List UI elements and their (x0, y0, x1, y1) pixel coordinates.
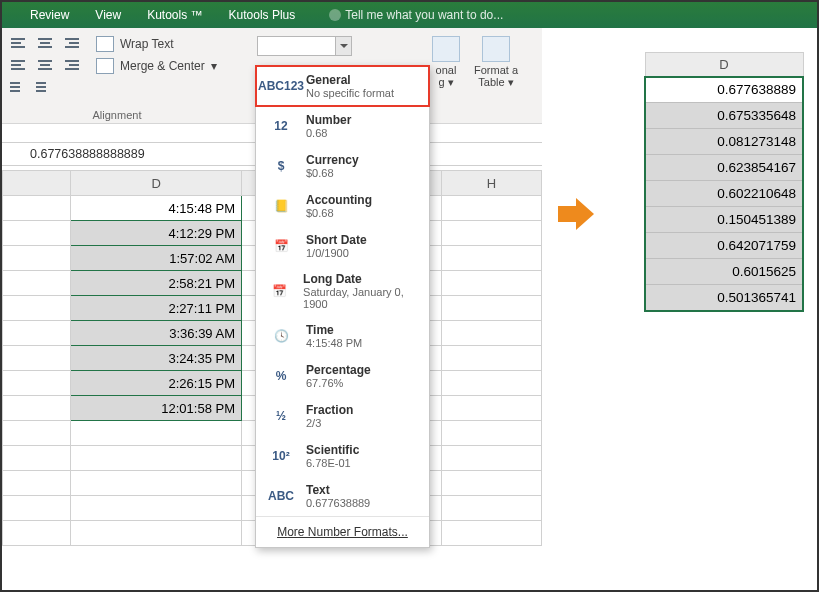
row-header[interactable] (3, 371, 71, 396)
format-option-scientific[interactable]: 10²Scientific6.78E-01 (256, 436, 429, 476)
column-header-D-result[interactable]: D (645, 53, 803, 77)
chevron-down-icon (335, 37, 351, 55)
row-header[interactable] (3, 296, 71, 321)
format-option-fraction[interactable]: ½Fraction 2/3 (256, 396, 429, 436)
format-option-general[interactable]: ABC123GeneralNo specific format (256, 66, 429, 106)
tab-kutools[interactable]: Kutools ™ (147, 8, 202, 22)
format-option-text[interactable]: ABCText0.677638889 (256, 476, 429, 516)
cell-D[interactable]: 3:24:35 PM (71, 346, 242, 371)
tab-view[interactable]: View (95, 8, 121, 22)
cell-D-result[interactable]: 0.6015625 (645, 259, 803, 285)
cell-H[interactable] (441, 396, 541, 421)
cond-label-2: g ▾ (438, 76, 453, 89)
format-option-accounting[interactable]: 📒Accounting$0.68 (256, 186, 429, 226)
more-number-formats-link[interactable]: More Number Formats... (256, 516, 429, 547)
cell-D-result[interactable]: 0.501365741 (645, 285, 803, 311)
format-title: General (306, 73, 394, 87)
cell-D-result[interactable]: 0.642071759 (645, 233, 803, 259)
cell-D[interactable]: 12:01:58 PM (71, 396, 242, 421)
row-header[interactable] (3, 221, 71, 246)
row-header[interactable] (3, 396, 71, 421)
format-icon: 📒 (266, 193, 296, 219)
number-format-dropdown[interactable] (257, 36, 352, 56)
cell-H[interactable] (441, 221, 541, 246)
cell-H[interactable] (441, 371, 541, 396)
conditional-formatting-icon (432, 36, 460, 62)
format-as-table-icon (482, 36, 510, 62)
wrap-text-icon (96, 36, 114, 52)
format-icon: 📅 (266, 233, 296, 259)
align-left-button[interactable] (8, 56, 30, 74)
alignment-group (8, 34, 88, 104)
format-as-table-button[interactable]: Format a Table ▾ (472, 36, 520, 89)
format-option-currency[interactable]: $Currency$0.68 (256, 146, 429, 186)
format-sample: $0.68 (306, 167, 359, 179)
align-right-button[interactable] (60, 56, 82, 74)
format-option-long-date[interactable]: 📅Long DateSaturday, January 0, 1900 (256, 266, 429, 316)
row-header[interactable] (3, 271, 71, 296)
format-icon: % (266, 363, 296, 389)
cell-H[interactable] (441, 271, 541, 296)
format-option-short-date[interactable]: 📅Short Date1/0/1900 (256, 226, 429, 266)
wrap-text-button[interactable]: Wrap Text (96, 36, 246, 52)
row-header[interactable] (3, 246, 71, 271)
ribbon-tabstrip: Review View Kutools ™ Kutools Plus Tell … (2, 2, 817, 28)
format-option-number[interactable]: 12Number0.68 (256, 106, 429, 146)
format-sample: Saturday, January 0, 1900 (303, 286, 419, 310)
cell-H[interactable] (441, 246, 541, 271)
cell-D-result[interactable]: 0.623854167 (645, 155, 803, 181)
cell-D[interactable]: 4:12:29 PM (71, 221, 242, 246)
format-sample: $0.68 (306, 207, 372, 219)
tell-me-label: Tell me what you want to do... (345, 8, 503, 22)
cell-D[interactable]: 2:26:15 PM (71, 371, 242, 396)
increase-indent-button[interactable] (34, 78, 56, 96)
tab-review[interactable]: Review (30, 8, 69, 22)
cell-H[interactable] (441, 196, 541, 221)
cell-D-result[interactable]: 0.677638889 (645, 77, 803, 103)
format-icon: 🕓 (266, 323, 296, 349)
align-top-button[interactable] (8, 34, 30, 52)
decrease-indent-button[interactable] (8, 78, 30, 96)
format-title: Time (306, 323, 362, 337)
cell-D-result[interactable]: 0.602210648 (645, 181, 803, 207)
format-icon: 📅 (266, 278, 293, 304)
tab-kutools-plus[interactable]: Kutools Plus (229, 8, 296, 22)
cell-D-result[interactable]: 0.150451389 (645, 207, 803, 233)
formula-bar-value: 0.677638888888889 (30, 147, 145, 161)
format-option-percentage[interactable]: %Percentage67.76% (256, 356, 429, 396)
row-header[interactable] (3, 196, 71, 221)
cell-D[interactable]: 1:57:02 AM (71, 246, 242, 271)
cell-D-result[interactable]: 0.081273148 (645, 129, 803, 155)
format-title: Number (306, 113, 351, 127)
cell-D-result[interactable]: 0.675335648 (645, 103, 803, 129)
cell-D[interactable]: 2:58:21 PM (71, 271, 242, 296)
cell-H[interactable] (441, 296, 541, 321)
cell-D[interactable]: 4:15:48 PM (71, 196, 242, 221)
format-icon: ABC123 (266, 73, 296, 99)
format-option-time[interactable]: 🕓Time4:15:48 PM (256, 316, 429, 356)
column-header-D[interactable]: D (71, 171, 242, 196)
number-format-menu: ABC123GeneralNo specific format12Number0… (255, 65, 430, 548)
tell-me-search[interactable]: Tell me what you want to do... (329, 8, 503, 22)
cell-D[interactable]: 3:36:39 AM (71, 321, 242, 346)
format-icon: ABC (266, 483, 296, 509)
merge-center-button[interactable]: Merge & Center ▾ (96, 58, 246, 74)
format-sample: 67.76% (306, 377, 371, 389)
fat-label-2: Table ▾ (478, 76, 513, 89)
format-icon: 10² (266, 443, 296, 469)
fat-label-1: Format a (474, 64, 518, 76)
align-middle-button[interactable] (34, 34, 56, 52)
format-title: Accounting (306, 193, 372, 207)
row-header[interactable] (3, 346, 71, 371)
format-sample: 0.677638889 (306, 497, 370, 509)
cell-H[interactable] (441, 321, 541, 346)
arrow-right-icon (558, 196, 594, 232)
align-bottom-button[interactable] (60, 34, 82, 52)
format-icon: 12 (266, 113, 296, 139)
cell-D[interactable]: 2:27:11 PM (71, 296, 242, 321)
cell-H[interactable] (441, 346, 541, 371)
format-icon: ½ (266, 403, 296, 429)
column-header-H[interactable]: H (441, 171, 541, 196)
align-center-button[interactable] (34, 56, 56, 74)
row-header[interactable] (3, 321, 71, 346)
